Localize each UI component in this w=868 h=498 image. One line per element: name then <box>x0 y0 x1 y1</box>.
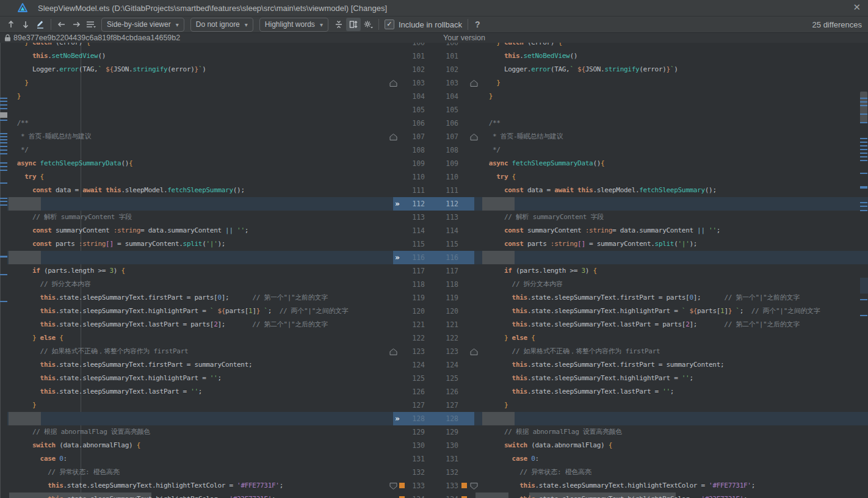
code-line[interactable] <box>474 197 868 211</box>
code-line[interactable]: case 0: <box>7 452 393 466</box>
code-line[interactable]: // 根据 abnormalFlag 设置高亮颜色 <box>474 425 868 439</box>
history-list-icon[interactable] <box>84 18 98 31</box>
code-line[interactable]: } <box>474 399 868 412</box>
highlight-mode-select[interactable]: Highlight words ▾ <box>259 18 328 32</box>
code-line[interactable]: switch (data.abnormalFlag) { <box>474 439 868 452</box>
code-line[interactable]: /** <box>7 117 393 130</box>
forward-button[interactable] <box>69 18 84 31</box>
code-line[interactable]: Logger.error(TAG,` ${JSON.stringify(erro… <box>474 63 868 76</box>
line-number: 118 <box>393 278 425 291</box>
code-line[interactable]: // 如果格式不正确，将整个内容作为 firstPart <box>474 345 868 358</box>
code-line[interactable] <box>7 197 393 211</box>
code-line[interactable]: case 0: <box>474 452 868 466</box>
code-line[interactable]: } else { <box>474 331 868 345</box>
code-line[interactable]: this.state.sleepSummaryText.highlightTex… <box>7 479 393 493</box>
code-line[interactable]: const data = await this.sleepModel.fetch… <box>7 184 393 197</box>
code-line[interactable]: this.state.sleepSummaryText.highlightPar… <box>7 305 393 318</box>
code-line[interactable]: const summaryContent :string= data.summa… <box>474 224 868 237</box>
code-line[interactable]: */ <box>7 143 393 157</box>
code-line[interactable]: // 解析 summaryContent 字段 <box>474 211 868 224</box>
code-line[interactable]: if (parts.length >= 3) { <box>474 264 868 278</box>
code-line[interactable]: * 首页-睡眠总结与建议 <box>7 130 393 143</box>
code-line[interactable]: this.setNoBedView() <box>7 49 393 63</box>
code-line[interactable] <box>7 412 393 425</box>
left-editor[interactable]: } catch (error) { this.setNoBedView() Lo… <box>7 43 393 498</box>
code-line[interactable]: this.state.sleepSummaryText.highlightBgC… <box>474 493 868 498</box>
apply-change-icon[interactable]: » <box>395 412 400 425</box>
code-line[interactable]: this.state.sleepSummaryText.firstPart = … <box>474 291 868 305</box>
gutter-row: 112112» <box>393 197 474 211</box>
include-in-rollback-checkbox[interactable]: ✓ Include in rollback <box>385 20 462 29</box>
code-line[interactable]: } catch (error) { <box>474 43 868 49</box>
code-line[interactable]: // 异常状态: 橙色高亮 <box>474 466 868 479</box>
code-line[interactable] <box>474 412 868 425</box>
code-line[interactable]: this.state.sleepSummaryText.firstPart = … <box>7 291 393 305</box>
fold-up-icon[interactable] <box>389 79 397 87</box>
stripe-change-mark <box>0 101 7 102</box>
code-line[interactable]: const summaryContent :string= data.summa… <box>7 224 393 237</box>
code-line[interactable]: const parts :string[] = summaryContent.s… <box>7 237 393 251</box>
fold-down-icon[interactable] <box>389 482 397 490</box>
right-change-stripe[interactable] <box>860 0 868 498</box>
code-line[interactable]: switch (data.abnormalFlag) { <box>7 439 393 452</box>
fold-up-icon[interactable] <box>389 348 397 356</box>
line-number: 111 <box>393 184 425 197</box>
code-line[interactable]: this.state.sleepSummaryText.highlightPar… <box>7 372 393 385</box>
code-line[interactable]: // 拆分文本内容 <box>474 278 868 291</box>
code-line[interactable]: /** <box>474 117 868 130</box>
code-line[interactable]: } <box>7 90 393 103</box>
code-line[interactable]: * 首页-睡眠总结与建议 <box>474 130 868 143</box>
settings-gear-icon[interactable] <box>361 18 375 31</box>
code-line[interactable]: try { <box>7 170 393 184</box>
code-line[interactable]: this.state.sleepSummaryText.lastPart = '… <box>7 385 393 399</box>
code-line[interactable]: } else { <box>7 331 393 345</box>
code-line[interactable]: async fetchSleepSummaryData(){ <box>474 157 868 170</box>
code-line[interactable]: this.state.sleepSummaryText.highlightBgC… <box>7 493 393 498</box>
left-change-stripe[interactable] <box>0 0 7 498</box>
code-line[interactable]: this.state.sleepSummaryText.highlightPar… <box>474 372 868 385</box>
code-line[interactable]: try { <box>474 170 868 184</box>
edit-source-icon[interactable] <box>33 18 48 31</box>
code-line[interactable]: // 根据 abnormalFlag 设置高亮颜色 <box>7 425 393 439</box>
whitespace-ignore-select[interactable]: Do not ignore ▾ <box>190 18 253 32</box>
code-line[interactable]: Logger.error(TAG,` ${JSON.stringify(erro… <box>7 63 393 76</box>
help-icon[interactable]: ? <box>475 20 480 29</box>
code-line[interactable]: // 如果格式不正确，将整个内容作为 firstPart <box>7 345 393 358</box>
code-line[interactable] <box>7 103 393 117</box>
code-line[interactable]: this.setNoBedView() <box>474 49 868 63</box>
back-button[interactable] <box>54 18 69 31</box>
code-line[interactable]: } catch (error) { <box>7 43 393 49</box>
code-line[interactable]: if (parts.length >= 3) { <box>7 264 393 278</box>
next-difference-button[interactable] <box>18 18 33 31</box>
code-line[interactable]: this.state.sleepSummaryText.firstPart = … <box>474 358 868 372</box>
viewer-mode-select[interactable]: Side-by-side viewer ▾ <box>101 18 184 32</box>
code-line[interactable]: // 拆分文本内容 <box>7 278 393 291</box>
code-line[interactable]: // 异常状态: 橙色高亮 <box>7 466 393 479</box>
apply-change-icon[interactable]: » <box>395 251 400 264</box>
code-line[interactable]: const parts :string[] = summaryContent.s… <box>474 237 868 251</box>
code-line[interactable]: this.state.sleepSummaryText.firstPart = … <box>7 358 393 372</box>
code-line[interactable]: */ <box>474 143 868 157</box>
code-line[interactable]: this.state.sleepSummaryText.lastPart = p… <box>7 318 393 331</box>
synchronize-scrolling-button[interactable] <box>346 18 361 31</box>
chevron-down-icon: ▾ <box>176 21 179 28</box>
code-line[interactable]: this.state.sleepSummaryText.highlightTex… <box>474 479 868 493</box>
code-line[interactable]: } <box>474 76 868 90</box>
code-line[interactable] <box>474 103 868 117</box>
code-line[interactable]: async fetchSleepSummaryData(){ <box>7 157 393 170</box>
code-line[interactable] <box>7 251 393 264</box>
code-line[interactable]: } <box>474 90 868 103</box>
collapse-unchanged-icon[interactable] <box>331 18 346 31</box>
code-line[interactable]: this.state.sleepSummaryText.lastPart = '… <box>474 385 868 399</box>
fold-up-icon[interactable] <box>389 133 397 141</box>
right-editor[interactable]: } catch (error) { this.setNoBedView() Lo… <box>474 43 868 498</box>
code-line[interactable]: this.state.sleepSummaryText.highlightPar… <box>474 305 868 318</box>
code-line[interactable]: const data = await this.sleepModel.fetch… <box>474 184 868 197</box>
code-line[interactable]: // 解析 summaryContent 字段 <box>7 211 393 224</box>
code-line[interactable]: } <box>7 399 393 412</box>
code-line[interactable] <box>474 251 868 264</box>
apply-change-icon[interactable]: » <box>395 197 400 211</box>
scrollbar-thumb[interactable] <box>860 92 867 123</box>
code-line[interactable]: this.state.sleepSummaryText.lastPart = p… <box>474 318 868 331</box>
code-line[interactable]: } <box>7 76 393 90</box>
